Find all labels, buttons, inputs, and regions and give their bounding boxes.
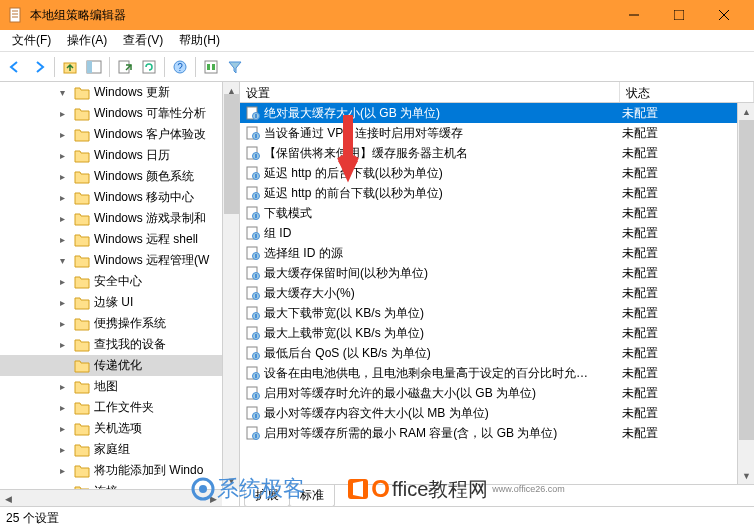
tree-item[interactable]: ▸便携操作系统 [0, 313, 239, 334]
close-button[interactable] [701, 0, 746, 30]
tree-item[interactable]: ▸查找我的设备 [0, 334, 239, 355]
setting-icon [244, 186, 262, 200]
maximize-button[interactable] [656, 0, 701, 30]
svg-rect-16 [207, 64, 210, 70]
help-button[interactable]: ? [169, 56, 191, 78]
column-header-setting[interactable]: 设置 [240, 82, 620, 102]
setting-icon [244, 146, 262, 160]
list-row[interactable]: 当设备通过 VPN 连接时启用对等缓存未配置 [240, 123, 754, 143]
list-body[interactable]: 绝对最大缓存大小(以 GB 为单位)未配置当设备通过 VPN 连接时启用对等缓存… [240, 103, 754, 484]
tree-item[interactable]: ▾Windows 远程管理(W [0, 250, 239, 271]
tree-item[interactable]: ▸将功能添加到 Windo [0, 460, 239, 481]
menu-view[interactable]: 查看(V) [115, 30, 171, 51]
tree-expander-icon[interactable]: ▸ [60, 444, 72, 456]
back-button[interactable] [4, 56, 26, 78]
list-cell-setting: 延迟 http 的前台下载(以秒为单位) [262, 185, 620, 202]
tree-item[interactable]: ▸Windows 日历 [0, 145, 239, 166]
scroll-thumb[interactable] [224, 94, 239, 214]
tree-scrollbar-horizontal[interactable]: ◀ ▶ [0, 489, 222, 506]
list-row[interactable]: 最大上载带宽(以 KB/s 为单位)未配置 [240, 323, 754, 343]
tree-expander-icon[interactable] [60, 360, 72, 372]
list-row[interactable]: 最小对等缓存内容文件大小(以 MB 为单位)未配置 [240, 403, 754, 423]
status-text: 25 个设置 [6, 510, 59, 527]
scroll-down-arrow[interactable]: ▼ [738, 467, 754, 484]
list-row[interactable]: 启用对等缓存所需的最小 RAM 容量(含，以 GB 为单位)未配置 [240, 423, 754, 443]
tree-expander-icon[interactable]: ▾ [60, 255, 72, 267]
tree-expander-icon[interactable]: ▸ [60, 402, 72, 414]
forward-button[interactable] [28, 56, 50, 78]
list-row[interactable]: 设备在由电池供电，且电池剩余电量高于设定的百分比时允…未配置 [240, 363, 754, 383]
scroll-up-arrow[interactable]: ▲ [738, 103, 754, 120]
tree-expander-icon[interactable]: ▸ [60, 108, 72, 120]
list-row[interactable]: 下载模式未配置 [240, 203, 754, 223]
tree-expander-icon[interactable]: ▸ [60, 129, 72, 141]
tree-item[interactable]: ▸地图 [0, 376, 239, 397]
setting-icon [244, 126, 262, 140]
menu-file[interactable]: 文件(F) [4, 30, 59, 51]
tree-expander-icon[interactable]: ▸ [60, 150, 72, 162]
tree-expander-icon[interactable]: ▸ [60, 318, 72, 330]
tree-item[interactable]: ▸Windows 游戏录制和 [0, 208, 239, 229]
scroll-thumb[interactable] [739, 120, 754, 440]
tree-item[interactable]: ▸关机选项 [0, 418, 239, 439]
menu-help[interactable]: 帮助(H) [171, 30, 228, 51]
list-row[interactable]: 绝对最大缓存大小(以 GB 为单位)未配置 [240, 103, 754, 123]
column-header-state[interactable]: 状态 [620, 82, 754, 102]
list-row[interactable]: 最大缓存保留时间(以秒为单位)未配置 [240, 263, 754, 283]
tree-expander-icon[interactable]: ▸ [60, 234, 72, 246]
tree-expander-icon[interactable]: ▸ [60, 297, 72, 309]
tree-expander-icon[interactable]: ▸ [60, 339, 72, 351]
tree-expander-icon[interactable]: ▸ [60, 423, 72, 435]
svg-rect-53 [255, 334, 257, 338]
tree-expander-icon[interactable]: ▸ [60, 171, 72, 183]
list-row[interactable]: 最大下载带宽(以 KB/s 为单位)未配置 [240, 303, 754, 323]
tree-item[interactable]: ▸Windows 可靠性分析 [0, 103, 239, 124]
tab-standard[interactable]: 标准 [289, 485, 335, 507]
filter-button[interactable] [224, 56, 246, 78]
tree-item[interactable]: ▾Windows 更新 [0, 82, 239, 103]
list-scrollbar-vertical[interactable]: ▲ ▼ [737, 103, 754, 484]
list-row[interactable]: 选择组 ID 的源未配置 [240, 243, 754, 263]
tree-expander-icon[interactable]: ▾ [60, 87, 72, 99]
minimize-button[interactable] [611, 0, 656, 30]
tree-item-label: Windows 游戏录制和 [94, 210, 206, 227]
tree-item[interactable]: ▸Windows 颜色系统 [0, 166, 239, 187]
list-row[interactable]: 组 ID未配置 [240, 223, 754, 243]
menu-action[interactable]: 操作(A) [59, 30, 115, 51]
scroll-down-arrow[interactable]: ▼ [223, 472, 240, 489]
tree-scrollbar-vertical[interactable]: ▲ ▼ [222, 82, 239, 489]
tree-item[interactable]: ▸Windows 远程 shell [0, 229, 239, 250]
list-row[interactable]: 延迟 http 的前台下载(以秒为单位)未配置 [240, 183, 754, 203]
tree-item[interactable]: ▸安全中心 [0, 271, 239, 292]
show-hide-tree-button[interactable] [83, 56, 105, 78]
tree-item-label: Windows 更新 [94, 84, 170, 101]
tree-item[interactable]: ▸边缘 UI [0, 292, 239, 313]
list-row[interactable]: 最低后台 QoS (以 KB/s 为单位)未配置 [240, 343, 754, 363]
tree-item[interactable]: 传递优化 [0, 355, 239, 376]
tree-expander-icon[interactable]: ▸ [60, 192, 72, 204]
list-row[interactable]: 最大缓存大小(%)未配置 [240, 283, 754, 303]
list-row[interactable]: 【保留供将来使用】缓存服务器主机名未配置 [240, 143, 754, 163]
tree-container[interactable]: ▾Windows 更新▸Windows 可靠性分析▸Windows 客户体验改▸… [0, 82, 239, 506]
tree-expander-icon[interactable]: ▸ [60, 381, 72, 393]
all-settings-button[interactable] [200, 56, 222, 78]
up-button[interactable] [59, 56, 81, 78]
list-row[interactable]: 启用对等缓存时允许的最小磁盘大小(以 GB 为单位)未配置 [240, 383, 754, 403]
tree-item[interactable]: ▸Windows 移动中心 [0, 187, 239, 208]
list-row[interactable]: 延迟 http 的后台下载(以秒为单位)未配置 [240, 163, 754, 183]
tree-item[interactable]: ▸家庭组 [0, 439, 239, 460]
tab-extended[interactable]: 扩展 [244, 485, 290, 507]
bottom-tabs: 扩展 标准 [240, 484, 754, 506]
list-cell-setting: 最低后台 QoS (以 KB/s 为单位) [262, 345, 620, 362]
refresh-button[interactable] [138, 56, 160, 78]
tree-item[interactable]: ▸Windows 客户体验改 [0, 124, 239, 145]
list-cell-setting: 组 ID [262, 225, 620, 242]
scroll-right-arrow[interactable]: ▶ [205, 490, 222, 506]
tree-expander-icon[interactable]: ▸ [60, 465, 72, 477]
export-button[interactable] [114, 56, 136, 78]
tree-expander-icon[interactable]: ▸ [60, 276, 72, 288]
tree-item[interactable]: ▸工作文件夹 [0, 397, 239, 418]
svg-rect-29 [255, 174, 257, 178]
tree-expander-icon[interactable]: ▸ [60, 213, 72, 225]
scroll-left-arrow[interactable]: ◀ [0, 490, 17, 506]
